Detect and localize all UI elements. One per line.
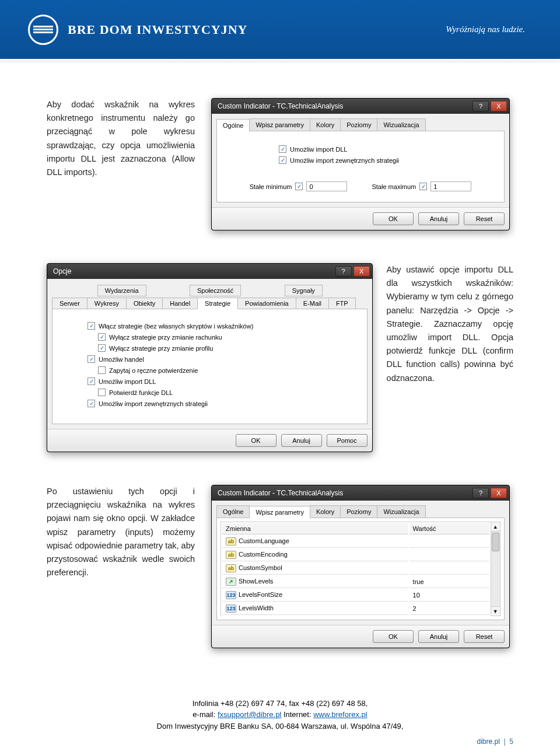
checkbox-fixed-min[interactable] xyxy=(295,183,303,190)
footer-line1: Infolinia +48 (22) 697 47 74, fax +48 (2… xyxy=(0,698,560,709)
tab-poziomy[interactable]: Poziomy xyxy=(340,505,377,518)
close-button[interactable]: X xyxy=(491,101,507,111)
section1-text: Aby dodać wskaźnik na wykres konkretnego… xyxy=(47,98,195,179)
col-value: Wartość xyxy=(410,523,489,534)
scroll-thumb[interactable] xyxy=(492,533,499,551)
tab-ftp[interactable]: FTP xyxy=(328,298,356,309)
titlebar: Opcje ? X xyxy=(47,264,372,279)
section3-text: Po ustawieniu tych opcji i przeciągnięci… xyxy=(47,485,195,579)
brand-tagline: Wyróżniają nas ludzie. xyxy=(446,25,525,34)
label: Zapytaj o ręczne potwierdzenie xyxy=(109,367,198,374)
string-type-icon: ab xyxy=(226,564,236,572)
vertical-scrollbar[interactable]: ▲ ▼ xyxy=(491,522,501,616)
label: Wyłącz strategie przy zmianie rachunku xyxy=(109,334,222,341)
scroll-up-icon[interactable]: ▲ xyxy=(491,522,500,532)
tab-poziomy[interactable]: Poziomy xyxy=(340,118,377,131)
input-fixed-min[interactable] xyxy=(306,181,347,191)
string-type-icon: ab xyxy=(226,537,236,546)
parameter-table: Zmienna Wartość abCustomLanguage abCusto… xyxy=(220,522,491,616)
label: Umożliw import DLL xyxy=(290,146,347,153)
dialog-custom-indicator-1: Custom Indicator - TC.TechnicalAnalysis … xyxy=(211,98,510,230)
close-button[interactable]: X xyxy=(491,488,507,498)
reset-button[interactable]: Reset xyxy=(464,630,505,643)
window-title: Custom Indicator - TC.TechnicalAnalysis xyxy=(218,489,343,497)
brand-name: BRE DOM INWESTYCYJNY xyxy=(68,22,247,37)
page-header: BRE DOM INWESTYCYJNY Wyróżniają nas ludz… xyxy=(0,0,560,61)
tab-spolecznosc[interactable]: Społeczność xyxy=(190,285,241,296)
footer-line3: Dom Inwestycyjny BRE Banku SA, 00-684 Wa… xyxy=(0,721,560,732)
label: Włącz strategie (bez własnych skryptów i… xyxy=(99,323,253,330)
ok-button[interactable]: OK xyxy=(373,212,414,225)
checkbox-manual-confirm[interactable] xyxy=(98,366,106,374)
tab-strategie[interactable]: Strategie xyxy=(197,298,238,309)
tab-kolory[interactable]: Kolory xyxy=(310,118,341,131)
table-row[interactable]: abCustomSymbol xyxy=(222,562,489,575)
tab-ogolne[interactable]: Ogólne xyxy=(216,119,250,131)
label: Umożliw handel xyxy=(99,356,144,363)
help-button[interactable]: ? xyxy=(335,266,352,277)
col-variable: Zmienna xyxy=(222,523,408,534)
reset-button[interactable]: Reset xyxy=(464,212,505,225)
checkbox-allow-ext-strategies[interactable] xyxy=(88,400,95,407)
checkbox-confirm-dll[interactable] xyxy=(98,389,106,396)
tab-powiadomienia[interactable]: Powiadomienia xyxy=(237,298,296,309)
checkbox-disable-on-profile[interactable] xyxy=(98,344,106,352)
help-button[interactable]: ? xyxy=(473,101,489,111)
window-title: Opcje xyxy=(53,267,71,275)
table-row[interactable]: abCustomLanguage xyxy=(222,536,489,548)
help-button[interactable]: ? xyxy=(473,488,489,498)
tab-serwer[interactable]: Serwer xyxy=(52,298,88,309)
tab-handel[interactable]: Handel xyxy=(162,298,198,309)
tab-wpisz-parametry[interactable]: Wpisz parametry xyxy=(249,118,310,131)
label: Umożliw import zewnętrznych strategii xyxy=(290,157,399,164)
checkbox-disable-on-account[interactable] xyxy=(98,333,106,341)
help-button[interactable]: Pomoc xyxy=(327,434,368,447)
footer-url-link[interactable]: www.breforex.pl xyxy=(313,710,367,719)
tab-ogolne[interactable]: Ogólne xyxy=(216,505,250,518)
tab-kolory[interactable]: Kolory xyxy=(310,505,341,518)
cancel-button[interactable]: Anuluj xyxy=(418,630,459,643)
checkbox-import-dll[interactable] xyxy=(279,145,286,153)
cancel-button[interactable]: Anuluj xyxy=(281,434,322,447)
footer-email-link[interactable]: fxsupport@dibre.pl xyxy=(218,710,281,719)
footer-label-email: e-mail: xyxy=(192,710,218,719)
tab-obiekty[interactable]: Obiekty xyxy=(126,298,163,309)
table-row[interactable]: ↗ShowLevelstrue xyxy=(222,576,489,588)
label-min: Stałe minimum xyxy=(250,183,292,190)
titlebar: Custom Indicator - TC.TechnicalAnalysis … xyxy=(212,99,509,114)
titlebar: Custom Indicator - TC.TechnicalAnalysis … xyxy=(212,485,509,501)
number-type-icon: 123 xyxy=(226,604,236,613)
string-type-icon: ab xyxy=(226,551,236,559)
checkbox-allow-dll-import[interactable] xyxy=(88,378,95,385)
tab-wykresy[interactable]: Wykresy xyxy=(87,298,127,309)
dialog-options: Opcje ? X Wydarzenia Społeczność Sygnały… xyxy=(47,263,373,452)
checkbox-allow-trade[interactable] xyxy=(88,355,95,363)
table-row[interactable]: 123LevelsFontSize10 xyxy=(222,589,489,602)
table-row[interactable]: abCustomEncoding xyxy=(222,549,489,561)
label: Wyłącz strategie przy zmianie profilu xyxy=(109,345,213,352)
number-type-icon: 123 xyxy=(226,591,236,599)
page-footer: Infolinia +48 (22) 697 47 74, fax +48 (2… xyxy=(0,698,560,732)
tab-wydarzenia[interactable]: Wydarzenia xyxy=(97,285,146,296)
footer-label-url: Internet: xyxy=(281,710,313,719)
label-max: Stałe maximum xyxy=(372,183,416,190)
scroll-down-icon[interactable]: ▼ xyxy=(491,606,500,616)
ok-button[interactable]: OK xyxy=(236,434,276,447)
input-fixed-max[interactable] xyxy=(430,181,471,191)
table-row[interactable]: 123LevelsWidth2 xyxy=(222,603,489,615)
checkbox-fixed-max[interactable] xyxy=(419,183,427,190)
checkbox-enable-strategies[interactable] xyxy=(88,322,95,330)
close-button[interactable]: X xyxy=(354,266,370,277)
cancel-button[interactable]: Anuluj xyxy=(418,212,459,225)
tab-wizualizacja[interactable]: Wizualizacja xyxy=(377,505,425,518)
tab-sygnaly[interactable]: Sygnały xyxy=(285,285,323,296)
checkbox-import-ext-strategies[interactable] xyxy=(279,156,286,164)
tab-wizualizacja[interactable]: Wizualizacja xyxy=(377,118,425,131)
tab-email[interactable]: E-Mail xyxy=(296,298,329,309)
label: Umożliw import zewnętrznych strategii xyxy=(99,400,208,407)
window-title: Custom Indicator - TC.TechnicalAnalysis xyxy=(218,102,343,110)
ok-button[interactable]: OK xyxy=(373,630,414,643)
tabbar: Ogólne Wpisz parametry Kolory Poziomy Wi… xyxy=(216,118,505,131)
brand-block: BRE DOM INWESTYCYJNY xyxy=(28,15,247,45)
tab-wpisz-parametry[interactable]: Wpisz parametry xyxy=(249,506,310,518)
